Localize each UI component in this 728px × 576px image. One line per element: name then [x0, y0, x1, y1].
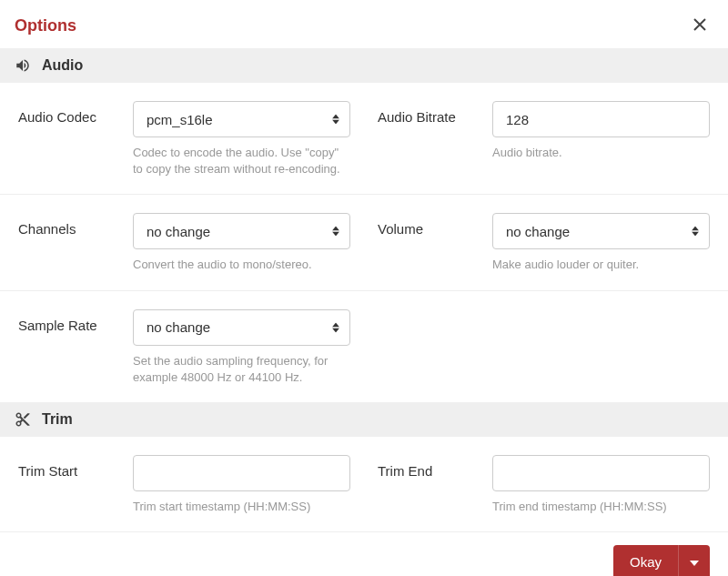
- trim-end-help: Trim end timestamp (HH:MM:SS): [492, 499, 710, 515]
- form-control: [133, 455, 350, 491]
- form-col: Volume no change Make audio louder or qu…: [378, 213, 710, 273]
- close-icon: [693, 18, 706, 34]
- form-control: [492, 455, 710, 491]
- codec-select[interactable]: pcm_s16le: [133, 101, 350, 137]
- trim-end-input[interactable]: [492, 455, 710, 491]
- codec-label: Audio Codec: [18, 101, 118, 125]
- form-control-wrap: no change Set the audio sampling frequen…: [133, 309, 350, 386]
- form-control: no change: [133, 309, 350, 346]
- form-control-wrap: Trim start timestamp (HH:MM:SS): [133, 455, 350, 515]
- bitrate-input[interactable]: [492, 101, 710, 137]
- trim-start-label: Trim Start: [18, 455, 118, 479]
- form-col: Audio Bitrate Audio bitrate.: [378, 101, 710, 177]
- channels-select[interactable]: no change: [133, 213, 350, 249]
- form-row: Channels no change Convert the audio to …: [0, 195, 728, 290]
- trim-end-label: Trim End: [378, 455, 478, 479]
- sample-rate-label: Sample Rate: [18, 309, 118, 333]
- volume-label: Volume: [378, 213, 478, 237]
- form-control-wrap: pcm_s16le Codec to encode the audio. Use…: [133, 101, 350, 177]
- audio-section-body: Audio Codec pcm_s16le Codec to encode th…: [0, 83, 728, 402]
- form-col: Channels no change Convert the audio to …: [18, 213, 350, 273]
- form-col-empty: [378, 309, 710, 386]
- options-modal: Options Audio Audio Codec pcm_s16le: [0, 0, 728, 576]
- okay-dropdown-button[interactable]: [678, 545, 710, 576]
- sample-rate-select[interactable]: no change: [133, 309, 350, 346]
- form-control-wrap: Audio bitrate.: [492, 101, 710, 161]
- form-row: Sample Rate no change Set the audio samp…: [0, 291, 728, 402]
- volume-icon: [15, 57, 31, 74]
- sample-rate-help: Set the audio sampling frequency, for ex…: [133, 353, 350, 386]
- form-control: [492, 101, 710, 137]
- trim-start-help: Trim start timestamp (HH:MM:SS): [133, 499, 350, 515]
- bitrate-label: Audio Bitrate: [378, 101, 478, 125]
- form-row: Trim Start Trim start timestamp (HH:MM:S…: [0, 437, 728, 531]
- bitrate-help: Audio bitrate.: [492, 145, 710, 161]
- form-control: no change: [133, 213, 350, 249]
- audio-section-title: Audio: [42, 57, 83, 74]
- form-col: Trim Start Trim start timestamp (HH:MM:S…: [18, 455, 350, 515]
- form-col: Sample Rate no change Set the audio samp…: [18, 309, 350, 386]
- form-control: pcm_s16le: [133, 101, 350, 137]
- scissors-icon: [15, 411, 31, 428]
- form-col: Trim End Trim end timestamp (HH:MM:SS): [378, 455, 710, 515]
- volume-help: Make audio louder or quiter.: [492, 257, 710, 273]
- modal-header: Options: [0, 0, 728, 48]
- modal-title: Options: [15, 16, 76, 35]
- trim-section-title: Trim: [42, 411, 73, 428]
- audio-section-header: Audio: [0, 48, 728, 83]
- form-control-wrap: Trim end timestamp (HH:MM:SS): [492, 455, 710, 515]
- form-control-wrap: no change Convert the audio to mono/ster…: [133, 213, 350, 273]
- okay-button[interactable]: Okay: [613, 545, 678, 576]
- codec-help: Codec to encode the audio. Use "copy" to…: [133, 145, 350, 177]
- form-col: Audio Codec pcm_s16le Codec to encode th…: [18, 101, 350, 177]
- chevron-down-icon: [690, 555, 699, 569]
- form-row: Audio Codec pcm_s16le Codec to encode th…: [0, 83, 728, 195]
- form-control: no change: [492, 213, 710, 249]
- form-control-wrap: no change Make audio louder or quiter.: [492, 213, 710, 273]
- volume-select[interactable]: no change: [492, 213, 710, 249]
- button-group: Okay: [613, 545, 710, 576]
- trim-start-input[interactable]: [133, 455, 350, 491]
- modal-footer: Okay: [0, 531, 728, 576]
- trim-section-body: Trim Start Trim start timestamp (HH:MM:S…: [0, 437, 728, 531]
- trim-section-header: Trim: [0, 402, 728, 437]
- close-button[interactable]: [690, 15, 710, 37]
- channels-label: Channels: [18, 213, 118, 237]
- channels-help: Convert the audio to mono/stereo.: [133, 257, 350, 273]
